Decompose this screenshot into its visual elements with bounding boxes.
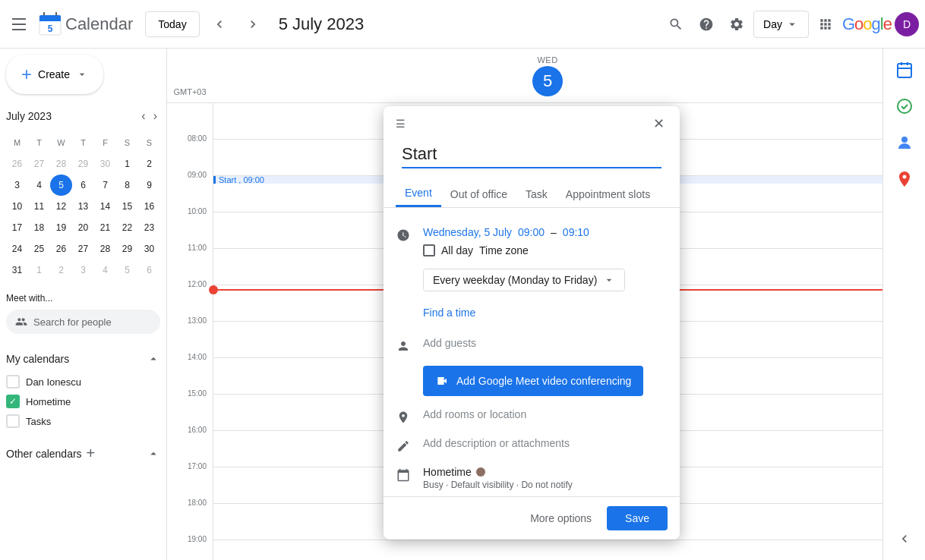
mini-cal-prev-button[interactable]: ‹ [138, 106, 148, 126]
mini-cal-day[interactable]: 5 [116, 260, 138, 281]
svg-point-7 [898, 99, 911, 113]
mini-cal-day[interactable]: 2 [50, 260, 72, 281]
allday-checkbox[interactable] [423, 244, 435, 256]
mini-cal-day[interactable]: 30 [94, 153, 116, 175]
event-date-link[interactable]: Wednesday, 5 July [423, 226, 512, 238]
modal-close-button[interactable]: ✕ [650, 112, 668, 135]
right-sidebar-calendar-icon[interactable] [889, 55, 920, 85]
mini-cal-day[interactable]: 3 [6, 175, 28, 196]
mini-cal-day[interactable]: 27 [28, 153, 50, 175]
calendar-item-hometime[interactable]: Hometime [6, 392, 160, 411]
mini-cal-day[interactable]: 3 [72, 260, 94, 281]
mini-cal-day[interactable]: 10 [6, 196, 28, 217]
add-meet-button[interactable]: Add Google Meet video conferencing [423, 366, 643, 396]
location-input[interactable]: Add rooms or location [423, 408, 526, 420]
more-options-button[interactable]: More options [521, 506, 601, 530]
mini-cal-day[interactable]: 2 [138, 153, 160, 175]
calendar-item-tasks[interactable]: Tasks [6, 411, 160, 431]
mini-cal-day[interactable]: 28 [94, 238, 116, 260]
other-calendars-header[interactable]: Other calendars + [6, 437, 160, 470]
dan-calendar-checkbox[interactable] [6, 375, 20, 389]
help-button[interactable] [693, 11, 720, 38]
mini-cal-day[interactable]: 20 [72, 217, 94, 238]
search-button[interactable] [662, 11, 690, 38]
mini-cal-day[interactable]: 27 [72, 238, 94, 260]
right-sidebar-expand-icon[interactable] [889, 524, 920, 554]
event-title-input[interactable] [402, 141, 661, 168]
mini-cal-day[interactable]: 6 [72, 175, 94, 196]
mini-cal-day[interactable]: 6 [138, 260, 160, 281]
tab-task[interactable]: Task [516, 181, 557, 207]
next-day-button[interactable] [239, 11, 267, 38]
hometime-calendar-checkbox[interactable] [6, 395, 20, 408]
tab-out-of-office[interactable]: Out of office [441, 181, 516, 207]
mini-cal-day[interactable]: 8 [116, 175, 138, 196]
settings-button[interactable] [723, 11, 750, 38]
mini-cal-day[interactable]: 15 [116, 196, 138, 217]
day-number-badge[interactable]: 5 [532, 66, 563, 96]
mini-cal-day[interactable]: 4 [28, 175, 50, 196]
today-button[interactable]: Today [145, 11, 199, 37]
save-button[interactable]: Save [607, 506, 668, 530]
right-sidebar-people-icon[interactable] [889, 127, 920, 158]
weekday-header-s: S [116, 132, 138, 153]
timezone-button[interactable]: Time zone [479, 244, 529, 256]
mini-cal-day[interactable]: 14 [94, 196, 116, 217]
mini-cal-day[interactable]: 24 [6, 238, 28, 260]
mini-cal-day[interactable]: 28 [50, 153, 72, 175]
hamburger-menu-button[interactable] [6, 12, 32, 36]
weekday-header-w: W [50, 132, 72, 153]
event-end-time-link[interactable]: 09:10 [563, 226, 589, 238]
view-selector-button[interactable]: Day [753, 11, 809, 38]
mini-cal-day[interactable]: 5 [50, 175, 72, 196]
datetime-row: Wednesday, 5 July 09:00 – 09:10 All day … [384, 220, 680, 263]
right-sidebar-tasks-icon[interactable] [889, 91, 920, 121]
mini-cal-day[interactable]: 17 [6, 217, 28, 238]
event-start-time-link[interactable]: 09:00 [518, 226, 545, 238]
mini-cal-day[interactable]: 7 [94, 175, 116, 196]
search-people-input[interactable]: Search for people [6, 310, 160, 334]
hamburger-icon [12, 18, 26, 30]
mini-cal-day[interactable]: 1 [116, 153, 138, 175]
mini-cal-day[interactable]: 21 [94, 217, 116, 238]
mini-cal-day[interactable]: 26 [6, 153, 28, 175]
mini-cal-day[interactable]: 19 [50, 217, 72, 238]
mini-cal-day[interactable]: 4 [94, 260, 116, 281]
mini-cal-day[interactable]: 30 [138, 238, 160, 260]
mini-cal-next-button[interactable]: › [150, 106, 160, 126]
add-other-calendar-button[interactable]: + [85, 443, 97, 464]
hometime-calendar-label: Hometime [26, 396, 71, 407]
apps-button[interactable] [812, 11, 839, 38]
description-input[interactable]: Add description or attachments [423, 437, 570, 449]
mini-cal-day[interactable]: 25 [28, 238, 50, 260]
tab-event[interactable]: Event [396, 181, 441, 207]
add-guests-input[interactable]: Add guests [423, 337, 476, 349]
mini-cal-day[interactable]: 31 [6, 260, 28, 281]
find-time-button[interactable]: Find a time [423, 300, 475, 325]
mini-cal-day[interactable]: 16 [138, 196, 160, 217]
mini-cal-day[interactable]: 13 [72, 196, 94, 217]
calendar-item-dan[interactable]: Dan Ionescu [6, 372, 160, 392]
mini-cal-day[interactable]: 9 [138, 175, 160, 196]
mini-cal-day[interactable]: 11 [28, 196, 50, 217]
prev-day-button[interactable] [206, 11, 233, 38]
create-button[interactable]: + Create [6, 55, 103, 94]
modal-title-area [384, 135, 680, 181]
mini-cal-day[interactable]: 29 [72, 153, 94, 175]
my-calendars-header[interactable]: My calendars [6, 346, 160, 372]
mini-cal-day[interactable]: 29 [116, 238, 138, 260]
current-date: 5 July 2023 [279, 14, 650, 34]
tasks-calendar-checkbox[interactable] [6, 414, 20, 428]
mini-cal-day[interactable]: 26 [50, 238, 72, 260]
google-logo[interactable]: Google [842, 14, 892, 34]
mini-cal-day[interactable]: 22 [116, 217, 138, 238]
calendar-small-icon [396, 467, 411, 483]
mini-cal-day[interactable]: 18 [28, 217, 50, 238]
right-sidebar-maps-icon[interactable] [889, 164, 920, 194]
tab-appointment-slots[interactable]: Appointment slots [557, 181, 659, 207]
mini-cal-day[interactable]: 23 [138, 217, 160, 238]
recurrence-dropdown[interactable]: Every weekday (Monday to Friday) [423, 269, 625, 291]
mini-cal-day[interactable]: 12 [50, 196, 72, 217]
mini-cal-day[interactable]: 1 [28, 260, 50, 281]
user-avatar[interactable]: D [895, 12, 919, 36]
